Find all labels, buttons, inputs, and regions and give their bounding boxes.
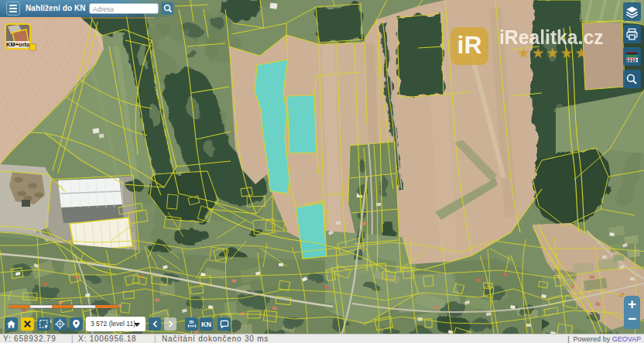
svg-text:m: m	[189, 319, 194, 324]
